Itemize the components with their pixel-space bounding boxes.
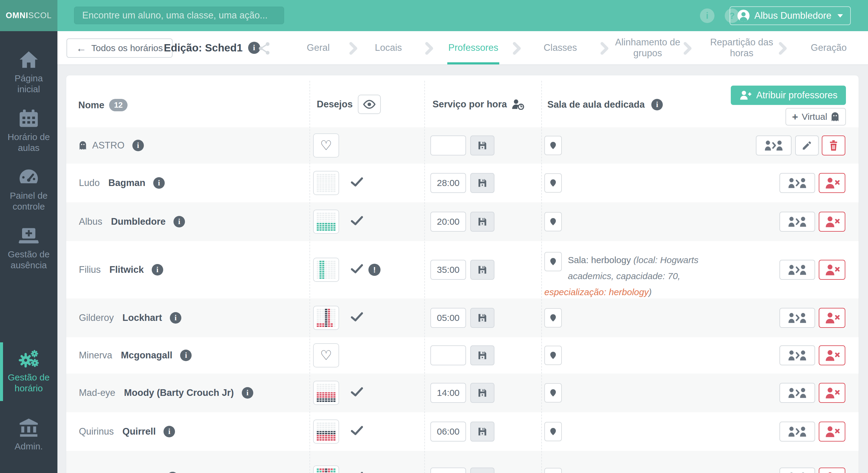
- remove-teacher-button[interactable]: [819, 260, 845, 280]
- transfer-wishes-button[interactable]: [779, 212, 815, 232]
- save-button[interactable]: [470, 345, 494, 365]
- service-hours-input[interactable]: [430, 260, 466, 280]
- room-pin-button[interactable]: [544, 468, 562, 473]
- chevron-right-icon: [511, 41, 523, 56]
- home-icon: [19, 51, 39, 69]
- app-logo[interactable]: OMNISCOL: [0, 0, 57, 31]
- user-menu-button[interactable]: Albus Dumbledore: [730, 6, 851, 25]
- save-button[interactable]: [470, 260, 494, 280]
- transfer-wishes-button[interactable]: [779, 468, 815, 473]
- room-pin-button[interactable]: [544, 422, 562, 441]
- service-hours-input[interactable]: [430, 421, 466, 442]
- step-reparticao[interactable]: Repartição das horas: [708, 31, 775, 64]
- sidebar-item-label: Gestão de horário: [2, 372, 55, 394]
- remove-teacher-button[interactable]: [819, 421, 845, 442]
- info-icon[interactable]: i: [132, 140, 144, 151]
- info-icon[interactable]: i: [651, 99, 663, 110]
- wishes-button[interactable]: [313, 210, 339, 234]
- step-alinhamento[interactable]: Alinhamento de grupos: [612, 31, 684, 64]
- back-to-schedules-button[interactable]: ← Todos os horários: [66, 38, 173, 58]
- sidebar-item-label: Admin.: [14, 441, 42, 452]
- wishes-button[interactable]: [313, 171, 339, 195]
- edit-button[interactable]: [795, 136, 819, 155]
- remove-teacher-button[interactable]: [819, 383, 845, 403]
- save-button[interactable]: [470, 421, 494, 442]
- transfer-wishes-button[interactable]: [779, 345, 815, 365]
- service-hours-input[interactable]: [430, 468, 466, 473]
- map-pin-icon: [549, 216, 557, 227]
- sidebar-item-timetable[interactable]: Gestão de horário: [0, 342, 57, 401]
- teachers-table-card: Nome 12 Desejos Serviço por hora Sala de…: [66, 75, 859, 473]
- save-button[interactable]: [470, 383, 494, 403]
- room-pin-button[interactable]: [544, 383, 562, 403]
- room-pin-button[interactable]: [544, 308, 562, 328]
- info-icon[interactable]: i: [174, 216, 185, 228]
- service-hours-input[interactable]: [430, 173, 466, 193]
- assign-teachers-button[interactable]: Atribuir professores: [731, 86, 846, 105]
- delete-button[interactable]: [822, 136, 845, 155]
- step-professores[interactable]: Professores: [434, 31, 513, 64]
- table-row: Albus Dumbledore i: [66, 202, 859, 241]
- save-button[interactable]: [470, 468, 494, 473]
- wishes-button[interactable]: [313, 381, 339, 405]
- remove-teacher-button[interactable]: [819, 173, 845, 193]
- wishes-button[interactable]: [313, 258, 339, 282]
- wishes-button[interactable]: [313, 343, 339, 367]
- wishes-button[interactable]: [313, 134, 339, 157]
- person-transfer-icon: [764, 140, 783, 151]
- info-icon[interactable]: i: [152, 264, 163, 275]
- save-button[interactable]: [470, 136, 494, 155]
- service-hours-input[interactable]: [430, 383, 466, 403]
- info-icon[interactable]: i: [163, 426, 175, 437]
- sidebar-item-class-schedule[interactable]: Horário de aulas: [0, 102, 57, 160]
- sidebar-item-absence[interactable]: Gestão de ausência: [0, 219, 57, 278]
- transfer-wishes-button[interactable]: [756, 136, 792, 155]
- remove-teacher-button[interactable]: [819, 468, 845, 473]
- add-virtual-teacher-button[interactable]: Virtual: [785, 108, 846, 125]
- service-hours-input[interactable]: [430, 308, 466, 328]
- transfer-wishes-button[interactable]: [779, 260, 815, 280]
- toggle-wishes-visibility-button[interactable]: [358, 95, 381, 114]
- share-icon[interactable]: [257, 41, 271, 55]
- remove-teacher-button[interactable]: [819, 308, 845, 328]
- step-geracao[interactable]: Geração: [799, 31, 859, 64]
- info-icon[interactable]: i: [180, 350, 192, 361]
- room-pin-button[interactable]: [544, 173, 562, 193]
- info-icon[interactable]: i: [167, 472, 178, 473]
- wishes-button[interactable]: [313, 306, 339, 330]
- info-icon[interactable]: i: [170, 312, 181, 324]
- check-icon: [351, 312, 363, 324]
- sidebar-item-dashboard[interactable]: Painel de controle: [0, 160, 57, 219]
- service-hours-input[interactable]: [430, 136, 466, 155]
- ghost-icon: [79, 141, 87, 150]
- wishes-button[interactable]: [313, 466, 339, 473]
- room-pin-button[interactable]: [544, 136, 562, 155]
- room-pin-button[interactable]: [544, 212, 562, 231]
- room-pin-button[interactable]: [544, 252, 562, 271]
- save-button[interactable]: [470, 308, 494, 328]
- warning-icon[interactable]: [368, 264, 380, 276]
- info-icon[interactable]: i: [700, 8, 714, 23]
- step-geral[interactable]: Geral: [288, 31, 348, 64]
- save-button[interactable]: [470, 173, 494, 193]
- save-button[interactable]: [470, 212, 494, 232]
- service-hours-input[interactable]: [430, 212, 466, 232]
- info-icon[interactable]: i: [242, 387, 253, 398]
- global-search-input[interactable]: [74, 7, 284, 24]
- person-transfer-icon: [788, 216, 807, 228]
- transfer-wishes-button[interactable]: [779, 173, 815, 193]
- step-locais[interactable]: Locais: [355, 31, 422, 64]
- sidebar-item-label: Página inicial: [2, 73, 55, 95]
- remove-teacher-button[interactable]: [819, 345, 845, 365]
- service-hours-input[interactable]: [430, 345, 466, 365]
- transfer-wishes-button[interactable]: [779, 308, 815, 328]
- room-pin-button[interactable]: [544, 346, 562, 365]
- info-icon[interactable]: i: [153, 177, 165, 189]
- step-classes[interactable]: Classes: [527, 31, 594, 64]
- transfer-wishes-button[interactable]: [779, 421, 815, 442]
- wishes-button[interactable]: [313, 419, 339, 444]
- sidebar-item-home[interactable]: Página inicial: [0, 43, 57, 102]
- transfer-wishes-button[interactable]: [779, 383, 815, 403]
- sidebar-item-admin[interactable]: Admin.: [0, 411, 57, 459]
- remove-teacher-button[interactable]: [819, 212, 845, 232]
